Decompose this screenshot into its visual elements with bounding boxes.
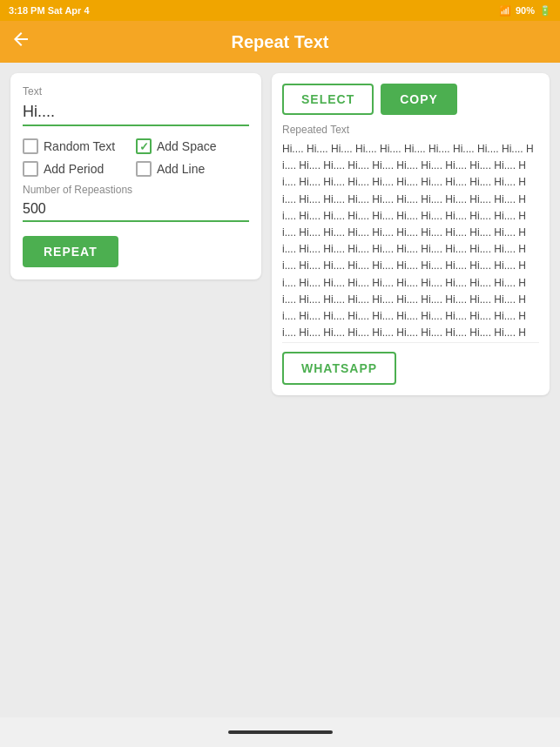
add-space-checkbox[interactable]: Add Space — [136, 138, 249, 154]
add-line-label: Add Line — [157, 162, 205, 176]
text-input[interactable] — [23, 101, 249, 126]
add-line-checkbox[interactable]: Add Line — [136, 161, 249, 177]
repeated-text-area[interactable]: Hi.... Hi.... Hi.... Hi.... Hi.... Hi...… — [282, 141, 539, 343]
text-field-label: Text — [23, 85, 249, 98]
copy-button[interactable]: COPY — [381, 84, 457, 115]
repeat-button[interactable]: REPEAT — [23, 236, 118, 267]
right-panel: SELECT COPY Repeated Text Hi.... Hi.... … — [272, 73, 550, 395]
top-buttons: SELECT COPY — [282, 84, 539, 115]
add-period-checkbox[interactable]: Add Period — [23, 161, 136, 177]
status-bar: 3:18 PM Sat Apr 4 📶 90% 🔋 — [0, 0, 560, 21]
page-title: Repeat Text — [232, 32, 329, 52]
random-text-checkbox[interactable]: Random Text — [23, 138, 136, 154]
battery-level: 90% — [516, 5, 535, 16]
random-text-label: Random Text — [44, 139, 115, 153]
number-field-label: Number of Repeastions — [23, 184, 249, 196]
add-period-label: Add Period — [44, 162, 104, 176]
random-text-checkbox-box — [23, 138, 38, 154]
add-line-checkbox-box — [136, 161, 152, 177]
add-space-label: Add Space — [157, 139, 217, 153]
add-space-checkbox-box — [136, 138, 152, 154]
number-input[interactable] — [23, 199, 249, 222]
back-button[interactable] — [10, 29, 31, 55]
home-indicator — [228, 730, 333, 734]
bottom-bar — [0, 717, 560, 747]
main-content: Text Random Text Add Space Add Period Ad… — [0, 63, 560, 717]
add-period-checkbox-box — [23, 161, 38, 177]
app-header: Repeat Text — [0, 21, 560, 63]
battery-icon: 🔋 — [539, 5, 551, 17]
checkbox-row-1: Random Text Add Space — [23, 138, 249, 154]
status-icons: 📶 90% 🔋 — [499, 5, 551, 17]
checkbox-row-2: Add Period Add Line — [23, 161, 249, 177]
left-panel: Text Random Text Add Space Add Period Ad… — [10, 73, 261, 279]
whatsapp-button[interactable]: WHATSAPP — [282, 352, 396, 385]
select-button[interactable]: SELECT — [282, 84, 374, 115]
repeated-text-label: Repeated Text — [282, 124, 539, 136]
status-time-date: 3:18 PM Sat Apr 4 — [9, 5, 90, 16]
wifi-icon: 📶 — [499, 5, 511, 17]
